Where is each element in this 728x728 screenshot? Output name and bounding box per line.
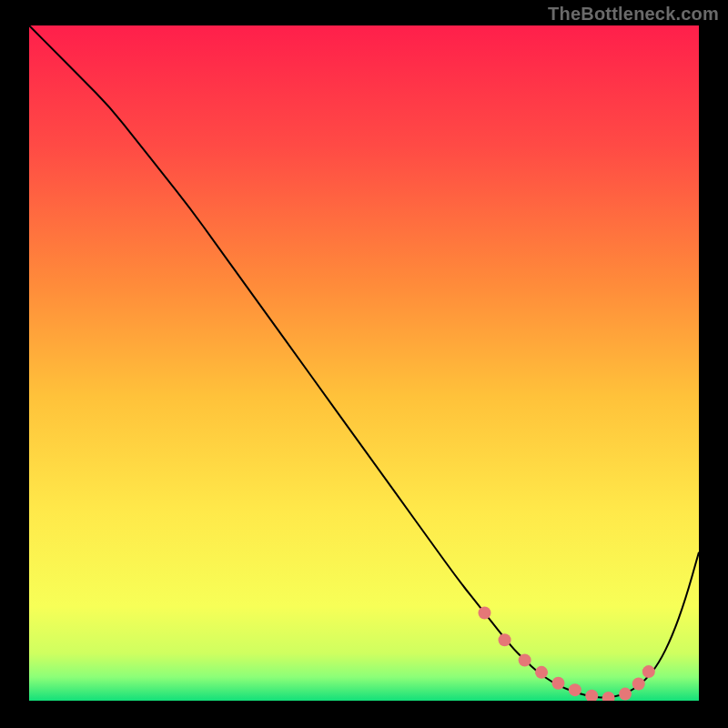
marker-dot	[569, 683, 581, 696]
watermark-text: TheBottleneck.com	[548, 4, 719, 25]
marker-dot	[499, 633, 511, 646]
marker-dot	[585, 690, 598, 703]
marker-dot	[551, 677, 564, 690]
marker-dot	[642, 665, 655, 678]
marker-dot	[632, 677, 645, 690]
marker-dot	[619, 688, 632, 701]
marker-dot	[535, 666, 548, 679]
plot-area	[29, 25, 699, 701]
marker-dot	[478, 607, 490, 620]
marker-dot	[602, 692, 615, 704]
bottleneck-chart	[0, 0, 728, 728]
chart-stage: TheBottleneck.com	[0, 0, 728, 728]
marker-dot	[519, 653, 531, 666]
